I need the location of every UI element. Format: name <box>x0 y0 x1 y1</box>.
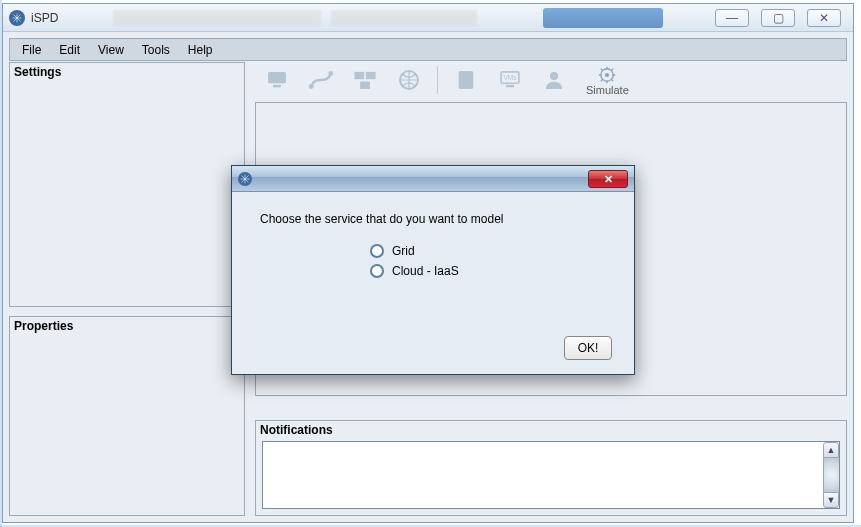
notifications-textarea[interactable]: ▲ ▼ <box>262 441 840 509</box>
radio-label-grid: Grid <box>392 244 415 258</box>
dialog-body: Choose the service that do you want to m… <box>232 192 634 296</box>
svg-rect-1 <box>268 72 286 83</box>
menu-view[interactable]: View <box>90 41 132 59</box>
scroll-up-button[interactable]: ▲ <box>823 442 839 458</box>
properties-panel: Properties <box>9 316 245 516</box>
task-icon[interactable] <box>450 64 482 96</box>
notifications-title: Notifications <box>256 421 846 439</box>
radio-option-grid[interactable]: Grid <box>370 244 606 258</box>
radio-icon <box>370 264 384 278</box>
titlebar-accent-artifact <box>543 8 663 28</box>
menu-help[interactable]: Help <box>180 41 221 59</box>
svg-point-13 <box>550 72 558 80</box>
svg-rect-5 <box>354 72 364 79</box>
menu-bar: File Edit View Tools Help <box>9 38 847 61</box>
menu-edit[interactable]: Edit <box>51 41 88 59</box>
titlebar: iSPD ― ▢ ✕ <box>3 4 853 32</box>
scroll-knob[interactable] <box>823 458 839 492</box>
radio-icon <box>370 244 384 258</box>
svg-rect-12 <box>506 85 514 87</box>
cluster-icon[interactable] <box>349 64 381 96</box>
svg-rect-9 <box>459 71 474 89</box>
svg-point-4 <box>328 71 333 76</box>
svg-point-3 <box>309 84 314 89</box>
dialog-footer: OK! <box>564 336 612 360</box>
machine-icon[interactable] <box>261 64 293 96</box>
user-icon[interactable] <box>538 64 570 96</box>
ok-button[interactable]: OK! <box>564 336 612 360</box>
svg-text:VMs: VMs <box>504 74 518 81</box>
vms-icon[interactable]: VMs <box>494 64 526 96</box>
simulate-button[interactable]: Simulate <box>582 64 633 96</box>
notifications-panel: Notifications ▲ ▼ <box>255 420 847 516</box>
simulate-label: Simulate <box>586 84 629 96</box>
dialog-icon <box>238 172 252 186</box>
settings-title: Settings <box>10 63 244 81</box>
radio-group: Grid Cloud - IaaS <box>370 244 606 278</box>
svg-rect-2 <box>273 85 281 87</box>
dialog-close-button[interactable]: ✕ <box>588 170 628 188</box>
link-icon[interactable] <box>305 64 337 96</box>
svg-rect-6 <box>366 72 376 79</box>
properties-title: Properties <box>10 317 244 335</box>
internet-icon[interactable] <box>393 64 425 96</box>
close-button[interactable]: ✕ <box>807 9 841 27</box>
app-title: iSPD <box>31 11 58 25</box>
settings-panel: Settings <box>9 62 245 307</box>
maximize-button[interactable]: ▢ <box>761 9 795 27</box>
dialog-prompt: Choose the service that do you want to m… <box>260 212 606 226</box>
menu-file[interactable]: File <box>14 41 49 59</box>
window-controls: ― ▢ ✕ <box>715 9 847 27</box>
radio-label-cloud: Cloud - IaaS <box>392 264 459 278</box>
scroll-down-button[interactable]: ▼ <box>823 492 839 508</box>
app-window: iSPD ― ▢ ✕ File Edit View Tools Help Set… <box>2 3 854 523</box>
service-chooser-dialog: ✕ Choose the service that do you want to… <box>231 165 635 375</box>
dialog-titlebar[interactable]: ✕ <box>232 166 634 192</box>
toolbar: VMs Simulate <box>255 62 847 98</box>
svg-rect-7 <box>360 82 370 89</box>
radio-option-cloud[interactable]: Cloud - IaaS <box>370 264 606 278</box>
minimize-button[interactable]: ― <box>715 9 749 27</box>
toolbar-separator <box>437 66 438 94</box>
svg-point-15 <box>605 73 609 77</box>
menu-tools[interactable]: Tools <box>134 41 178 59</box>
app-icon <box>9 10 25 26</box>
